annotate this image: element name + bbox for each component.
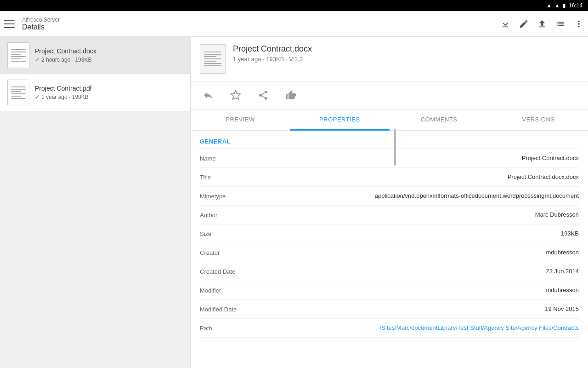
server-name: Alfresco Server: [22, 17, 60, 23]
property-row-modified-date: Modified Date 19 Nov 2015: [200, 300, 579, 319]
clock: 16:14: [569, 2, 582, 9]
action-icons-row: [191, 81, 588, 109]
battery-icon: ▮: [563, 2, 566, 9]
tab-versions[interactable]: VERSIONS: [489, 109, 588, 131]
tab-comments[interactable]: COMMENTS: [390, 109, 489, 131]
property-row-path: Path /Sites/Marc/documentLibrary/Test St…: [200, 319, 579, 338]
wifi-icon: ▲: [554, 2, 560, 9]
property-label-mimetype: Mimetype: [200, 192, 264, 200]
tab-preview[interactable]: PREVIEW: [191, 109, 290, 131]
property-label-author: Author: [200, 211, 264, 218]
property-row-name: Name Project Contract.docx: [200, 149, 579, 168]
property-row-author: Author Marc Dubresson: [200, 206, 579, 224]
property-label-path: Path: [200, 324, 264, 332]
file-info-pdf: Project Contract.pdf ✔ 1 year ago · 190K…: [35, 85, 183, 100]
property-row-title: Title Project Contract.docx.docx: [200, 168, 579, 187]
property-value-name: Project Contract.docx: [264, 155, 579, 161]
page-title: Details: [22, 23, 60, 31]
property-label-created-date: Created Date: [200, 268, 264, 275]
scroll-indicator[interactable]: [394, 129, 396, 166]
property-label-size: Size: [200, 230, 264, 237]
toolbar-right: [500, 18, 584, 29]
property-label-modified-date: Modified Date: [200, 305, 264, 313]
file-item-pdf[interactable]: Project Contract.pdf ✔ 1 year ago · 190K…: [0, 74, 190, 111]
toolbar-left: Alfresco Server Details: [4, 17, 500, 31]
property-label-title: Title: [200, 173, 264, 181]
reply-button[interactable]: [200, 87, 216, 104]
detail-file-thumb: [200, 44, 226, 74]
more-options-button[interactable]: [573, 18, 584, 29]
file-thumb-docx: [7, 42, 29, 68]
status-icons: ▲ ▲ ▮ 16:14: [546, 2, 582, 9]
file-info-docx: Project Contract.docx ✔ 2 hours ago · 19…: [35, 47, 183, 63]
detail-filename: Project Contract.docx: [233, 44, 579, 54]
list-view-button[interactable]: [555, 18, 566, 29]
upload-button[interactable]: [537, 18, 548, 29]
app-container: Alfresco Server Details: [0, 11, 588, 368]
tab-properties[interactable]: PROPERTIES: [290, 109, 389, 131]
property-value-modifier: mdubresson: [264, 287, 579, 293]
tabs: PREVIEW PROPERTIES COMMENTS VERSIONS: [191, 109, 588, 131]
detail-info: Project Contract.docx 1 year ago · 193KB…: [233, 44, 579, 63]
property-value-path[interactable]: /Sites/Marc/documentLibrary/Test Stuff/A…: [264, 324, 579, 331]
property-value-mimetype: application/vnd.openxmlformats-officedoc…: [264, 192, 579, 199]
property-row-size: Size 193KB: [200, 224, 579, 243]
menu-button[interactable]: [4, 20, 15, 28]
share-button[interactable]: [255, 87, 271, 104]
download-button[interactable]: [500, 18, 511, 29]
toolbar-title-block: Alfresco Server Details: [22, 17, 60, 31]
property-row-modifier: Modifier mdubresson: [200, 281, 579, 300]
property-row-created-date: Created Date 23 Jun 2014: [200, 262, 579, 281]
section-header-general: GENERAL: [200, 131, 579, 149]
status-bar: ▲ ▲ ▮ 16:14: [0, 0, 588, 11]
edit-button[interactable]: [518, 18, 529, 29]
property-label-name: Name: [200, 155, 264, 162]
file-thumb-pdf: [7, 80, 29, 105]
property-value-author: Marc Dubresson: [264, 211, 579, 218]
file-name-docx: Project Contract.docx: [35, 47, 183, 55]
property-value-created-date: 23 Jun 2014: [264, 268, 579, 275]
file-meta-pdf: ✔ 1 year ago · 190KB: [35, 94, 183, 100]
favorite-button[interactable]: [227, 87, 244, 104]
properties-content: GENERAL Name Project Contract.docx Title…: [191, 131, 588, 368]
property-value-creator: mdubresson: [264, 249, 579, 256]
file-list: Project Contract.docx ✔ 2 hours ago · 19…: [0, 37, 191, 368]
content-area: Project Contract.docx ✔ 2 hours ago · 19…: [0, 37, 588, 368]
file-meta-docx: ✔ 2 hours ago · 193KB: [35, 57, 183, 63]
property-row-mimetype: Mimetype application/vnd.openxmlformats-…: [200, 187, 579, 206]
signal-icon: ▲: [546, 2, 552, 9]
sync-icon-docx: ✔: [35, 57, 40, 63]
sync-icon-pdf: ✔: [35, 94, 40, 100]
property-value-modified-date: 19 Nov 2015: [264, 305, 579, 312]
detail-meta: 1 year ago · 193KB · V:2.3: [233, 56, 579, 63]
property-label-creator: Creator: [200, 249, 264, 256]
file-item-docx[interactable]: Project Contract.docx ✔ 2 hours ago · 19…: [0, 37, 190, 74]
detail-header: Project Contract.docx 1 year ago · 193KB…: [191, 37, 588, 81]
property-value-title: Project Contract.docx.docx: [264, 173, 579, 180]
property-row-creator: Creator mdubresson: [200, 243, 579, 262]
property-value-size: 193KB: [264, 230, 579, 237]
detail-panel: Project Contract.docx 1 year ago · 193KB…: [191, 37, 588, 368]
toolbar: Alfresco Server Details: [0, 11, 588, 37]
file-name-pdf: Project Contract.pdf: [35, 85, 183, 92]
like-button[interactable]: [283, 87, 299, 104]
property-label-modifier: Modifier: [200, 287, 264, 294]
